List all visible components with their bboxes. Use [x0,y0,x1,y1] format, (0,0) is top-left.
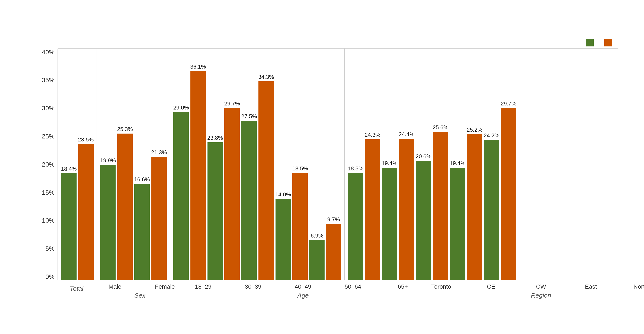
bar-green-wrap: 20.6% [416,48,432,280]
bar-orange-wrap: 25.6% [433,48,448,280]
y-axis-label: 30% [42,105,54,112]
y-axis-label: 40% [42,48,54,56]
x-label-group: Total [58,283,96,292]
sub-label: CE [475,283,507,290]
bar-green [416,161,431,280]
sub-label: 18–29 [187,283,219,290]
bar-orange [433,132,448,280]
bar-green-wrap: 19.9% [100,48,116,280]
x-labels-row: TotalMaleFemaleSex18–2930–3940–4950–6465… [38,283,618,299]
bar-orange [292,173,308,280]
bar-orange [152,157,167,280]
bar-orange-label: 24.3% [365,132,380,138]
bar-orange [78,144,94,280]
legend-month-swatch [586,39,594,46]
bar-group: 19.9%25.3%16.6%21.3% [97,48,170,280]
y-axis-label: 10% [42,217,54,224]
bar-green-wrap: 14.0% [275,48,291,280]
bar-orange-label: 34.3% [258,74,274,80]
bar-orange [399,139,414,280]
sub-labels-row: TorontoCECWEastNorth [422,283,644,290]
sub-labels-row: 18–2930–3940–4950–6465+ [184,283,422,290]
y-axis-label: 35% [42,76,54,84]
legend [38,39,618,46]
bar-green-label: 20.6% [416,153,432,160]
section-label: Total [70,285,84,292]
sub-label: Female [149,283,181,290]
section-label: Sex [134,292,146,299]
bar-green [173,112,189,280]
bar-orange [190,71,206,280]
sub-label: North [625,283,644,290]
legend-month [586,39,596,46]
bar-orange-label: 24.4% [398,131,414,138]
bar-group: 18.4%23.5% [58,48,96,280]
sub-labels-row: MaleFemale [96,283,184,290]
bar-green-wrap: 18.4% [61,48,77,280]
bar-orange-label: 29.7% [224,100,240,107]
bar-green [484,140,499,280]
bar-orange-label: 25.2% [466,126,482,133]
bar-group: 18.5%24.3%19.4%24.4%20.6%25.6%19.4%25.2%… [344,48,519,280]
sub-label: 65+ [387,283,419,290]
bar-orange [258,81,274,280]
bar-orange-label: 21.3% [151,149,167,156]
bar-orange-wrap: 24.3% [365,48,380,280]
bar-orange [365,139,380,280]
bar-orange-wrap: 9.7% [326,48,341,280]
bars-row: 18.4%23.5%19.9%25.3%16.6%21.3%29.0%36.1%… [58,48,618,280]
bar-green-wrap: 19.4% [382,48,398,280]
bar-orange-label: 25.3% [117,126,133,132]
section-label: Age [297,292,308,299]
bar-orange-label: 18.5% [292,165,308,172]
x-label-group: MaleFemaleSex [96,283,184,299]
bar-green-label: 27.5% [241,113,257,120]
bar-orange-label: 23.5% [78,136,94,143]
y-axis-label: 5% [46,245,54,252]
bar-green-label: 19.9% [100,157,116,164]
bar-green [276,199,291,280]
bar-green-wrap: 18.5% [348,48,363,280]
bar-orange [326,224,341,280]
bar-orange [117,134,133,280]
legend-year [604,39,614,46]
sub-label: Male [99,283,131,290]
bar-green-wrap: 6.9% [309,48,324,280]
chart-title [38,18,618,32]
bar-orange-wrap: 23.5% [78,48,94,280]
bar-green-wrap: 19.4% [450,48,466,280]
bar-green [134,184,150,280]
bar-orange-label: 9.7% [327,216,340,223]
bar-green-label: 18.4% [61,166,77,172]
sub-label: East [575,283,607,290]
bar-green-label: 23.8% [207,135,223,141]
sub-label: 50–64 [337,283,369,290]
bar-green-wrap: 27.5% [241,48,257,280]
sub-label: 30–39 [237,283,269,290]
chart-area: 0%5%10%15%20%25%30%35%40% 18.4%23.5%19.9… [38,48,618,299]
chart-container: 0%5%10%15%20%25%30%35%40% 18.4%23.5%19.9… [13,9,631,325]
y-axis-label: 15% [42,189,54,196]
bar-orange-wrap: 34.3% [258,48,274,280]
plot-area: 18.4%23.5%19.9%25.3%16.6%21.3%29.0%36.1%… [58,48,618,280]
bar-green [242,121,257,280]
bar-green-wrap: 16.6% [134,48,150,280]
sub-label: CW [525,283,557,290]
bar-green-wrap: 23.8% [207,48,223,280]
bar-orange-wrap: 29.7% [501,48,516,280]
y-axis: 0%5%10%15%20%25%30%35%40% [38,48,58,280]
bar-green [382,168,397,280]
bar-orange-wrap: 24.4% [398,48,414,280]
bar-green-label: 14.0% [275,191,291,198]
bar-orange-wrap: 18.5% [292,48,308,280]
x-label-group: 18–2930–3940–4950–6465+Age [184,283,422,299]
bar-green-wrap: 29.0% [173,48,189,280]
bar-orange-wrap: 29.7% [224,48,240,280]
bar-orange-wrap: 36.1% [190,48,206,280]
bar-orange [501,108,516,280]
y-axis-label: 20% [42,161,54,168]
bar-green [348,173,363,280]
bar-green-label: 19.4% [450,160,466,167]
y-axis-label: 25% [42,133,54,140]
y-axis-label: 0% [46,273,54,280]
